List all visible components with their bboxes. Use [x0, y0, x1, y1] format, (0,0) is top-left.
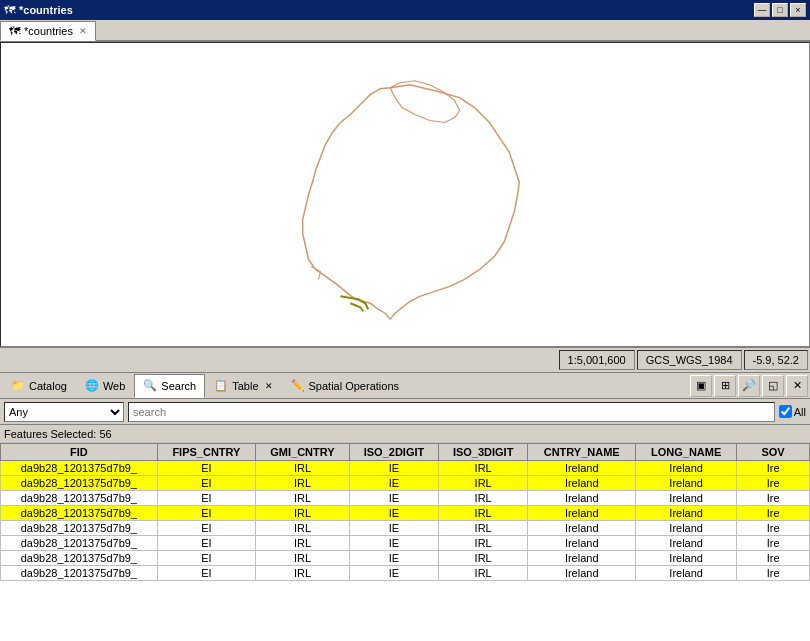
search-label: Search	[161, 380, 196, 392]
tab-spatial-operations[interactable]: ✏️ Spatial Operations	[282, 374, 409, 398]
select-features-button[interactable]: ▣	[690, 375, 712, 397]
table-row[interactable]: da9b28_1201375d7b9_EIIRLIEIRLIrelandIrel…	[1, 476, 810, 491]
coordinates-display: -5.9, 52.2	[744, 350, 808, 370]
tab-web[interactable]: 🌐 Web	[76, 374, 134, 398]
table-row[interactable]: da9b28_1201375d7b9_EIIRLIEIRLIrelandIrel…	[1, 551, 810, 566]
attribute-table-container[interactable]: FID FIPS_CNTRY GMI_CNTRY ISO_2DIGIT ISO_…	[0, 443, 810, 641]
all-checkbox[interactable]	[779, 405, 792, 418]
table-cell: Ireland	[636, 461, 737, 476]
table-cell: da9b28_1201375d7b9_	[1, 566, 158, 581]
table-row[interactable]: da9b28_1201375d7b9_EIIRLIEIRLIrelandIrel…	[1, 461, 810, 476]
table-cell: IE	[349, 491, 438, 506]
document-tab-countries[interactable]: 🗺 *countries ✕	[0, 21, 96, 41]
spatial-label: Spatial Operations	[309, 380, 400, 392]
map-canvas[interactable]	[0, 42, 810, 347]
tab-map-icon: 🗺	[9, 25, 20, 37]
all-checkbox-container: All	[779, 405, 806, 418]
map-svg	[1, 43, 809, 346]
tab-search[interactable]: 🔍 Search	[134, 374, 205, 398]
table-cell: IRL	[256, 476, 350, 491]
col-sov[interactable]: SOV	[737, 444, 810, 461]
col-iso2[interactable]: ISO_2DIGIT	[349, 444, 438, 461]
table-cell: Ire	[737, 566, 810, 581]
filter-field-select[interactable]: Any	[4, 402, 124, 422]
table-cell: IRL	[256, 566, 350, 581]
table-close-icon[interactable]: ✕	[265, 381, 273, 391]
table-cell: IE	[349, 506, 438, 521]
table-cell: IRL	[439, 476, 528, 491]
table-cell: Ireland	[528, 521, 636, 536]
table-cell: Ireland	[528, 536, 636, 551]
table-cell: Ire	[737, 551, 810, 566]
table-cell: Ireland	[636, 521, 737, 536]
spatial-icon: ✏️	[291, 379, 305, 392]
table-cell: da9b28_1201375d7b9_	[1, 476, 158, 491]
tab-catalog[interactable]: 📁 Catalog	[2, 374, 76, 398]
panel-restore-button[interactable]: ◱	[762, 375, 784, 397]
zoom-button[interactable]: 🔎	[738, 375, 760, 397]
table-cell: EI	[157, 536, 255, 551]
table-cell: EI	[157, 461, 255, 476]
table-cell: Ireland	[636, 491, 737, 506]
table-cell: IE	[349, 476, 438, 491]
table-cell: Ireland	[636, 476, 737, 491]
table-cell: IRL	[256, 461, 350, 476]
table-icon: 📋	[214, 379, 228, 392]
table-row[interactable]: da9b28_1201375d7b9_EIIRLIEIRLIrelandIrel…	[1, 491, 810, 506]
col-cntry-name[interactable]: CNTRY_NAME	[528, 444, 636, 461]
window-icon: 🗺	[4, 4, 15, 16]
tab-table[interactable]: 📋 Table ✕	[205, 374, 281, 398]
maximize-button[interactable]: □	[772, 3, 788, 17]
table-row[interactable]: da9b28_1201375d7b9_EIIRLIEIRLIrelandIrel…	[1, 566, 810, 581]
table-cell: Ireland	[528, 506, 636, 521]
col-gmi[interactable]: GMI_CNTRY	[256, 444, 350, 461]
table-cell: IRL	[439, 491, 528, 506]
table-cell: IE	[349, 536, 438, 551]
table-cell: Ire	[737, 536, 810, 551]
select-all-button[interactable]: ⊞	[714, 375, 736, 397]
table-cell: EI	[157, 506, 255, 521]
scale-display: 1:5,001,600	[559, 350, 635, 370]
table-row[interactable]: da9b28_1201375d7b9_EIIRLIEIRLIrelandIrel…	[1, 536, 810, 551]
col-fips[interactable]: FIPS_CNTRY	[157, 444, 255, 461]
col-iso3[interactable]: ISO_3DIGIT	[439, 444, 528, 461]
table-cell: IRL	[439, 551, 528, 566]
minimize-button[interactable]: —	[754, 3, 770, 17]
table-cell: EI	[157, 521, 255, 536]
table-row[interactable]: da9b28_1201375d7b9_EIIRLIEIRLIrelandIrel…	[1, 521, 810, 536]
table-cell: EI	[157, 566, 255, 581]
table-cell: Ireland	[636, 506, 737, 521]
table-cell: Ireland	[636, 566, 737, 581]
table-cell: IE	[349, 521, 438, 536]
table-cell: Ireland	[636, 551, 737, 566]
col-long-name[interactable]: LONG_NAME	[636, 444, 737, 461]
table-cell: Ireland	[528, 551, 636, 566]
table-cell: Ire	[737, 491, 810, 506]
table-cell: IRL	[439, 566, 528, 581]
table-cell: Ire	[737, 461, 810, 476]
table-cell: IE	[349, 461, 438, 476]
table-cell: da9b28_1201375d7b9_	[1, 461, 158, 476]
table-cell: EI	[157, 491, 255, 506]
panel-toolbar-icons: ▣ ⊞ 🔎 ◱ ✕	[690, 375, 808, 397]
table-cell: Ireland	[528, 476, 636, 491]
panel-close-button[interactable]: ✕	[786, 375, 808, 397]
table-cell: EI	[157, 551, 255, 566]
col-fid[interactable]: FID	[1, 444, 158, 461]
search-icon: 🔍	[143, 379, 157, 392]
projection-display: GCS_WGS_1984	[637, 350, 742, 370]
features-count-bar: Features Selected: 56	[0, 425, 810, 443]
table-header-row: FID FIPS_CNTRY GMI_CNTRY ISO_2DIGIT ISO_…	[1, 444, 810, 461]
status-bar: 1:5,001,600 GCS_WGS_1984 -5.9, 52.2	[0, 347, 810, 373]
table-cell: IRL	[439, 536, 528, 551]
filter-search-input[interactable]	[128, 402, 775, 422]
table-cell: IRL	[439, 506, 528, 521]
all-label: All	[794, 406, 806, 418]
table-cell: Ireland	[528, 491, 636, 506]
document-tab-close[interactable]: ✕	[79, 26, 87, 36]
table-row[interactable]: da9b28_1201375d7b9_EIIRLIEIRLIrelandIrel…	[1, 506, 810, 521]
table-cell: Ireland	[636, 536, 737, 551]
table-label: Table	[232, 380, 258, 392]
close-button[interactable]: ×	[790, 3, 806, 17]
table-cell: da9b28_1201375d7b9_	[1, 491, 158, 506]
